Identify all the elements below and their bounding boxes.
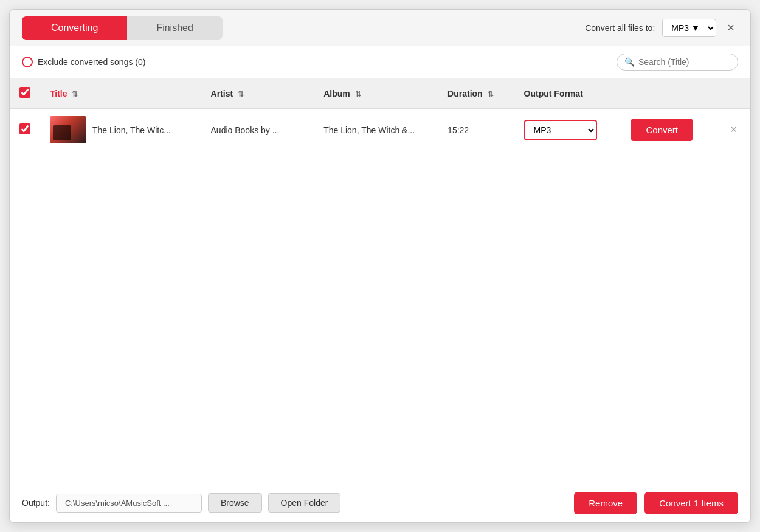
track-album: The Lion, The Witch &... xyxy=(323,125,415,135)
duration-sort-icon: ⇅ xyxy=(488,90,494,98)
output-path-input[interactable] xyxy=(56,494,202,513)
tab-finished[interactable]: Finished xyxy=(127,16,222,40)
open-folder-button[interactable]: Open Folder xyxy=(268,493,341,513)
col-format-header: Output Format xyxy=(514,78,622,109)
row-artist-cell: Audio Books by ... xyxy=(201,109,314,151)
close-button[interactable]: × xyxy=(724,19,738,36)
app-window: Converting Finished Convert all files to… xyxy=(9,9,751,523)
remove-row-button[interactable]: × xyxy=(727,122,741,137)
col-artist-header[interactable]: Artist ⇅ xyxy=(201,78,314,109)
footer-actions: Remove Convert 1 Items xyxy=(574,492,738,514)
exclude-label: Exclude converted songs (0) xyxy=(38,57,145,67)
footer: Output: Browse Open Folder Remove Conver… xyxy=(10,483,750,522)
toolbar: Exclude converted songs (0) 🔍 xyxy=(10,46,750,78)
exclude-group: Exclude converted songs (0) xyxy=(22,57,145,67)
format-select-header[interactable]: MP3 ▼ AAC FLAC WAV xyxy=(662,19,716,37)
title-cell: The Lion, The Witc... xyxy=(50,116,192,143)
tab-converting[interactable]: Converting xyxy=(22,16,127,40)
row-action-cell: Convert xyxy=(621,109,717,151)
convert-button[interactable]: Convert xyxy=(631,119,693,141)
album-sort-icon: ⇅ xyxy=(355,90,361,98)
title-sort-icon: ⇅ xyxy=(72,90,78,98)
row-remove-cell: × xyxy=(717,109,750,151)
convert-items-button[interactable]: Convert 1 Items xyxy=(644,492,738,514)
row-album-cell: The Lion, The Witch &... xyxy=(314,109,438,151)
convert-all-label: Convert all files to: xyxy=(585,23,655,33)
col-action-header xyxy=(621,78,717,109)
header-right: Convert all files to: MP3 ▼ AAC FLAC WAV… xyxy=(585,19,738,37)
row-duration-cell: 15:22 xyxy=(438,109,514,151)
row-format-select[interactable]: MP3 AAC FLAC WAV xyxy=(524,120,597,140)
table-row: The Lion, The Witc... Audio Books by ...… xyxy=(10,109,750,151)
col-duration-header[interactable]: Duration ⇅ xyxy=(438,78,514,109)
row-format-cell: MP3 AAC FLAC WAV xyxy=(514,109,622,151)
remove-button[interactable]: Remove xyxy=(574,492,637,514)
row-checkbox-cell xyxy=(10,109,40,151)
row-title-cell: The Lion, The Witc... xyxy=(40,109,201,151)
header: Converting Finished Convert all files to… xyxy=(10,10,750,46)
output-group: Output: Browse Open Folder xyxy=(22,493,340,513)
select-all-checkbox[interactable] xyxy=(19,87,30,98)
tab-group: Converting Finished xyxy=(22,16,223,40)
album-thumbnail xyxy=(50,116,86,143)
track-artist: Audio Books by ... xyxy=(211,125,280,135)
search-box: 🔍 xyxy=(617,54,738,71)
track-duration: 15:22 xyxy=(447,125,469,135)
track-title: The Lion, The Witc... xyxy=(92,125,171,135)
table-header-row: Title ⇅ Artist ⇅ Album ⇅ Duration ⇅ xyxy=(10,78,750,109)
browse-button[interactable]: Browse xyxy=(208,493,262,513)
col-check-header xyxy=(10,78,40,109)
row-checkbox[interactable] xyxy=(19,123,30,134)
col-album-header[interactable]: Album ⇅ xyxy=(314,78,438,109)
col-remove-header xyxy=(717,78,750,109)
songs-table: Title ⇅ Artist ⇅ Album ⇅ Duration ⇅ xyxy=(10,78,750,151)
table-container: Title ⇅ Artist ⇅ Album ⇅ Duration ⇅ xyxy=(10,78,750,483)
output-label: Output: xyxy=(22,498,50,508)
col-title-header[interactable]: Title ⇅ xyxy=(40,78,201,109)
search-input[interactable] xyxy=(638,57,724,67)
search-icon: 🔍 xyxy=(624,57,635,67)
artist-sort-icon: ⇅ xyxy=(238,90,244,98)
exclude-radio[interactable] xyxy=(22,57,33,67)
